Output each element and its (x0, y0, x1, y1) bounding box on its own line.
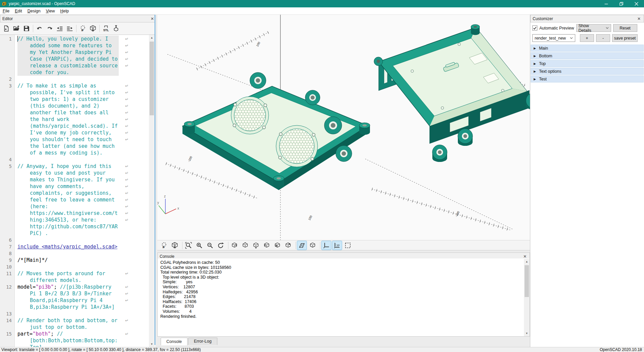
zoom-all-button[interactable] (184, 241, 193, 250)
preset-combobox[interactable]: render_test_new (532, 34, 575, 42)
menu-edit[interactable]: Edit (12, 7, 25, 14)
code-line[interactable]: 14// Render both top and bottom, or just… (0, 317, 149, 331)
add-preset-button[interactable]: + (580, 34, 594, 42)
code-text: // Moves the ports around for different … (17, 270, 119, 284)
view-left-button[interactable] (262, 241, 271, 250)
group-top[interactable]: ▶Top (531, 60, 644, 67)
zoom-in-button[interactable] (195, 241, 204, 250)
svg-text:»: » (162, 244, 165, 248)
code-line[interactable]: 13 (0, 310, 149, 317)
new-file-button[interactable] (1, 23, 11, 34)
code-line[interactable]: 1// Hello, you lovely people. I added so… (0, 36, 149, 76)
code-line[interactable]: 12model="pi3b"; //[pi3b:Raspberry Pi 1 B… (0, 284, 149, 310)
view-front-button[interactable] (273, 241, 282, 250)
menu-design[interactable]: Design (25, 7, 43, 14)
preview-button[interactable]: » (159, 241, 169, 250)
editor-close-icon[interactable]: ✕ (150, 16, 155, 21)
undo-button[interactable] (35, 23, 45, 34)
view-bottom-button[interactable] (251, 241, 261, 250)
code-line[interactable]: 11// Moves the ports around for differen… (0, 270, 149, 284)
chevron-down-icon (570, 37, 573, 39)
perspective-button[interactable] (297, 241, 307, 250)
viewport-3d[interactable]: 100 100 -100 -100 (157, 15, 530, 240)
scroll-up-icon[interactable]: ▲ (149, 35, 155, 41)
preview-button[interactable]: » (78, 23, 88, 34)
reset-button[interactable]: Reset (613, 24, 637, 32)
code-text: // Anyway, I hope you find this easy to … (17, 163, 119, 237)
details-dropdown[interactable]: Show Details (576, 24, 611, 32)
show-scale-markers-button[interactable]: 10 (332, 241, 342, 250)
indent-button[interactable] (65, 23, 75, 34)
code-line[interactable]: 15part="both"; // [both:Both,bottom:Bott… (0, 331, 149, 347)
code-line[interactable]: 8 (0, 250, 149, 257)
remove-preset-button[interactable]: - (596, 34, 610, 42)
menu-bar: FileEditDesignViewHelp (0, 7, 644, 15)
console-line: Vertices: 12807 (160, 285, 527, 290)
close-button[interactable] (629, 0, 644, 7)
line-number: 9 (0, 257, 15, 263)
code-text: model="pi3b"; //[pi3b:Raspberry Pi 1 B+/… (17, 284, 119, 310)
console-line: Rendering finished. (160, 314, 527, 319)
redo-button[interactable] (45, 23, 55, 34)
customizer-close-icon[interactable]: ✕ (636, 16, 642, 21)
openscad-window: yarpic_customizer.scad - OpenSCAD FileEd… (0, 0, 644, 352)
menu-file[interactable]: File (0, 7, 12, 14)
editor-scrollbar[interactable]: ▲ ▼ (149, 35, 155, 347)
automatic-preview-checkbox[interactable] (532, 25, 537, 31)
console-line: Volumes: 4 (160, 309, 527, 314)
render-button[interactable] (88, 23, 98, 34)
orthographic-button[interactable] (308, 241, 317, 250)
menu-view[interactable]: View (43, 7, 58, 14)
fan-grill-1 (231, 97, 269, 134)
console-close-icon[interactable]: ✕ (522, 254, 528, 259)
group-main[interactable]: ▶Main (531, 45, 644, 52)
view-back-button[interactable] (283, 241, 293, 250)
code-text: /*[Main]*/ (17, 257, 119, 263)
view-right-button[interactable] (230, 241, 239, 250)
expand-triangle-icon: ▶ (534, 54, 536, 58)
code-editor[interactable]: 1// Hello, you lovely people. I added so… (0, 35, 149, 347)
console-scrollbar[interactable]: ▲ ▼ (524, 259, 530, 336)
scroll-down-icon[interactable]: ▼ (524, 331, 530, 336)
reset-view-button[interactable] (216, 241, 225, 250)
view-all-button[interactable] (343, 241, 353, 250)
expand-triangle-icon: ▶ (534, 77, 536, 81)
code-line[interactable]: 5// Anyway, I hope you find this easy to… (0, 163, 149, 237)
center-area: 100 100 -100 -100 (157, 15, 530, 347)
code-line[interactable]: 9/*[Main]*/ (0, 257, 149, 263)
toolbar-separator (182, 242, 182, 249)
minimize-button[interactable] (599, 0, 614, 7)
code-line[interactable]: 2 (0, 76, 149, 82)
customizer-panel: Customizer ✕ Automatic Preview Show Deta… (530, 15, 644, 347)
editor-viewport-splitter[interactable] (155, 15, 155, 345)
code-line[interactable]: 6 (0, 237, 149, 243)
scroll-down-icon[interactable]: ▼ (149, 341, 155, 347)
console-scrollbar-thumb[interactable] (525, 265, 529, 297)
code-line[interactable]: 4 (0, 156, 149, 163)
console-output[interactable]: CGAL Polyhedrons in cache: 50CGAL cache … (157, 258, 530, 337)
code-line[interactable]: 7include <maths/yarpic_model.scad> (0, 243, 149, 250)
title-bar: yarpic_customizer.scad - OpenSCAD (0, 0, 644, 7)
zoom-out-button[interactable] (205, 241, 215, 250)
code-line[interactable]: 3// To make it as simple as possible, I'… (0, 82, 149, 156)
print-3d-button[interactable] (111, 23, 121, 34)
save-preset-button[interactable]: save preset (612, 34, 638, 42)
unindent-button[interactable] (55, 23, 65, 34)
code-line[interactable]: 10 (0, 263, 149, 270)
menu-help[interactable]: Help (58, 7, 72, 14)
group-text-options[interactable]: ▶Text options (531, 68, 644, 75)
restore-button[interactable] (614, 0, 629, 7)
tab-error-log[interactable]: Error-Log (188, 338, 217, 345)
show-axes-button[interactable] (322, 241, 331, 250)
scroll-up-icon[interactable]: ▲ (524, 259, 530, 265)
editor-scrollbar-thumb[interactable] (150, 42, 154, 115)
render-button[interactable] (170, 241, 179, 250)
save-button[interactable] (21, 23, 32, 34)
export-stl-button[interactable]: STL (101, 23, 111, 34)
open-button[interactable] (11, 23, 21, 34)
tab-console[interactable]: Console (161, 338, 187, 345)
wrap-markers (123, 263, 130, 270)
group-test[interactable]: ▶Test (531, 75, 644, 82)
group-bottom[interactable]: ▶Bottom (531, 52, 644, 59)
view-top-button[interactable] (240, 241, 250, 250)
